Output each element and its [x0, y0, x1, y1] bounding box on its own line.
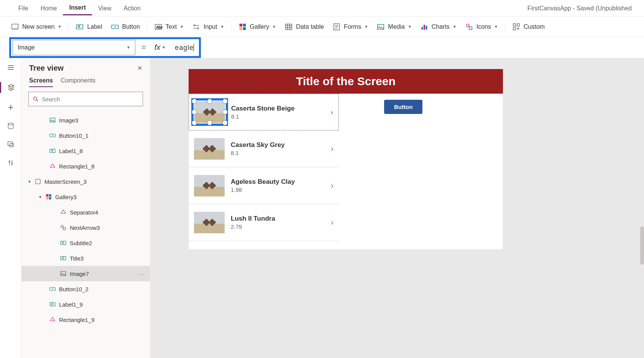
rect-icon [49, 316, 56, 323]
insert-label-button[interactable]: Label [72, 20, 106, 33]
gallery-item[interactable]: Ageless Beauty Clay 1.98 › [189, 167, 339, 204]
label-icon [49, 301, 56, 308]
tree-node-rectangle1_8[interactable]: Rectangle1_8 [21, 158, 150, 174]
insert-text-button[interactable]: Abc Text ▼ [150, 20, 187, 33]
tools-icon[interactable] [7, 159, 15, 167]
tree-node-subtitle2[interactable]: Subtitle2 [21, 235, 150, 251]
data-icon[interactable] [7, 122, 15, 130]
menu-insert[interactable]: Insert [63, 1, 92, 15]
insert-ribbon: New screen ▼ Label Button Abc Text ▼ Inp… [0, 17, 644, 37]
tree-node-label1_9[interactable]: Label1_9 [21, 297, 150, 312]
svg-rect-59 [49, 197, 51, 200]
resize-handle[interactable] [207, 99, 212, 104]
tree-node-label: Button10_1 [59, 132, 89, 139]
tree-node-label1_8[interactable]: Label1_8 [21, 143, 150, 158]
insert-forms-button[interactable]: Forms ▼ [329, 20, 372, 33]
scrollbar[interactable] [640, 226, 644, 265]
next-arrow-icon[interactable]: › [331, 144, 334, 153]
canvas-button[interactable]: Button [384, 100, 422, 114]
image-icon [49, 117, 56, 124]
app-title: FirstCanvasApp - Saved (Unpublished [527, 5, 632, 12]
close-icon[interactable]: ✕ [137, 64, 142, 72]
menu-file[interactable]: File [12, 2, 34, 15]
label-icon [60, 239, 67, 246]
gallery-item[interactable]: Caserta Stone Beige 8.1 › [189, 94, 339, 130]
insert-custom-button[interactable]: Custom [508, 20, 549, 33]
tree-node-button10_1[interactable]: Button10_1 [21, 128, 150, 143]
add-icon[interactable] [7, 104, 15, 111]
tree-node-label: Rectangle1_8 [59, 163, 95, 170]
chevron-down-icon[interactable]: ▼ [38, 195, 42, 199]
new-screen-button[interactable]: New screen ▼ [7, 20, 65, 33]
tree-node-separator4[interactable]: Separator4 [21, 205, 150, 220]
chevron-down-icon: ▼ [162, 45, 166, 49]
resize-handle[interactable] [192, 99, 197, 104]
svg-rect-15 [286, 24, 292, 30]
image-icon [60, 270, 67, 277]
gallery-title: Caserta Stone Beige [231, 105, 324, 112]
insert-media-button[interactable]: Media ▼ [373, 20, 415, 33]
forms-icon [332, 23, 341, 31]
gallery-title: Caserta Sky Grey [231, 141, 325, 149]
next-arrow-icon[interactable]: › [331, 218, 334, 227]
gallery-item[interactable]: Caserta Sky Grey 8.1 › [189, 130, 339, 167]
gallery-control[interactable]: Caserta Stone Beige 8.1 › Caserta Sky Gr… [189, 94, 339, 241]
tab-components[interactable]: Components [61, 77, 95, 87]
svg-point-45 [9, 161, 10, 162]
menu-action[interactable]: Action [117, 2, 146, 15]
menu-view[interactable]: View [92, 2, 117, 15]
tree-node-image7[interactable]: Image7··· [21, 266, 150, 281]
hamburger-icon[interactable] [7, 64, 15, 71]
resize-handle[interactable] [222, 120, 228, 125]
svg-rect-28 [426, 26, 427, 30]
tree-node-label: Label1_9 [59, 301, 83, 308]
left-rail [0, 58, 21, 358]
insert-datatable-button[interactable]: Data table [281, 20, 328, 33]
tree-view-panel: Tree view ✕ Screens Components Image3But… [21, 58, 150, 358]
canvas[interactable]: Title of the Screen Caserta Stone Beige … [150, 58, 644, 358]
tree-node-button10_2[interactable]: Button10_2 [21, 281, 150, 297]
svg-rect-56 [46, 194, 48, 196]
tree-view-icon[interactable] [0, 82, 21, 93]
next-arrow-icon[interactable]: › [331, 181, 334, 190]
insert-button-button[interactable]: Button [107, 20, 144, 33]
tree-node-label: NextArrow3 [70, 224, 100, 231]
resize-handle[interactable] [192, 120, 197, 125]
chevron-down-icon: ▼ [58, 25, 61, 29]
tree-node-nextarrow3[interactable]: NextArrow3 [21, 220, 150, 235]
resize-handle[interactable] [222, 109, 228, 115]
tree-node-image3[interactable]: Image3 [21, 112, 150, 128]
gallery-icon [238, 23, 247, 31]
tree-node-title3[interactable]: Title3 [21, 251, 150, 266]
tree-node-rectangle1_9[interactable]: Rectangle1_9 [21, 312, 150, 327]
resize-handle[interactable] [207, 120, 212, 125]
next-arrow-icon[interactable]: › [330, 108, 333, 117]
fx-button[interactable]: fx▼ [152, 43, 168, 52]
svg-rect-27 [424, 25, 425, 30]
svg-point-47 [11, 163, 12, 164]
formula-input[interactable]: eagle [172, 42, 197, 53]
gallery-image[interactable] [194, 101, 225, 123]
tree-node-masterscreen_3[interactable]: ▼MasterScreen_3 [21, 174, 150, 189]
tree-node-gallery3[interactable]: ▼Gallery3 [21, 189, 150, 205]
svg-point-67 [52, 289, 53, 289]
chevron-down-icon[interactable]: ▼ [28, 180, 31, 184]
tree-node-label: Label1_8 [59, 148, 83, 154]
resize-handle[interactable] [222, 99, 228, 104]
resize-handle[interactable] [192, 109, 197, 115]
screen-icon [11, 23, 19, 31]
insert-charts-button[interactable]: Charts ▼ [416, 20, 460, 33]
tree-search[interactable] [28, 92, 143, 106]
media-panel-icon[interactable] [7, 140, 15, 148]
menu-home[interactable]: Home [34, 2, 63, 15]
insert-icons-button[interactable]: Icons ▼ [461, 20, 502, 33]
gallery-item[interactable]: Lush II Tundra 2.79 › [189, 204, 339, 241]
svg-rect-61 [63, 228, 66, 230]
insert-gallery-button[interactable]: Gallery ▼ [235, 20, 280, 33]
gallery-text: Lush II Tundra 2.79 [231, 215, 325, 230]
more-icon[interactable]: ··· [138, 271, 145, 277]
property-selector[interactable]: Image ▼ [13, 40, 135, 55]
tab-screens[interactable]: Screens [29, 77, 53, 87]
search-input[interactable] [42, 96, 139, 102]
insert-input-button[interactable]: Input ▼ [188, 20, 228, 33]
